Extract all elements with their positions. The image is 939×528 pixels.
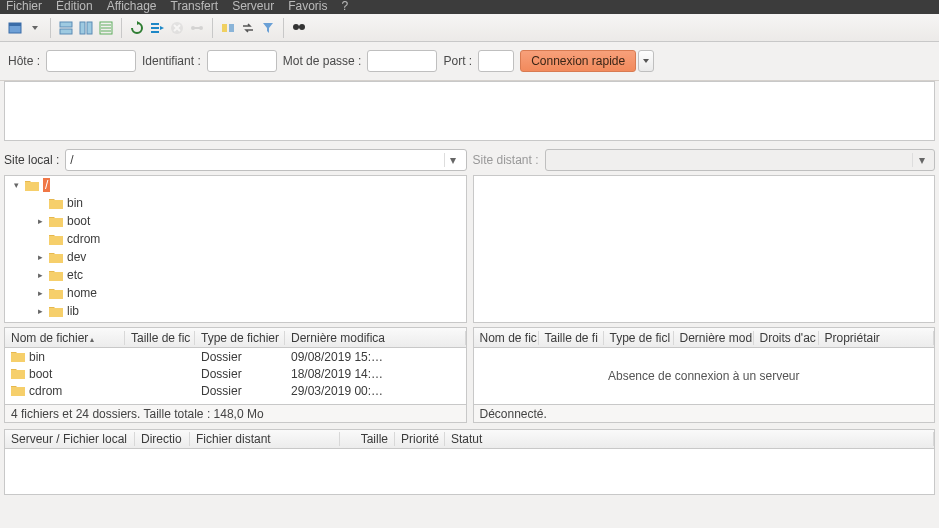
message-log[interactable] [4, 81, 935, 141]
list-row[interactable]: binDossier09/08/2019 15:… [5, 348, 466, 365]
tree-item[interactable]: ▸boot [5, 212, 466, 230]
process-queue-icon[interactable] [148, 19, 166, 37]
svg-rect-11 [229, 24, 234, 32]
tree-item-label: bin [67, 196, 83, 210]
tree-item-label: / [43, 178, 50, 192]
col-priority[interactable]: Priorité [395, 432, 445, 446]
filter-icon[interactable] [259, 19, 277, 37]
separator [283, 18, 284, 38]
tree-item[interactable]: ▸dev [5, 248, 466, 266]
col-owner[interactable]: Propriétair [819, 331, 935, 345]
file-name: bin [29, 350, 45, 364]
col-name[interactable]: Nom de fichier [11, 331, 88, 345]
local-path-input[interactable]: / ▾ [65, 149, 466, 171]
menu-help[interactable]: ? [342, 0, 349, 14]
toolbar [0, 14, 939, 42]
col-size[interactable]: Taille de fi [539, 331, 604, 345]
list-row[interactable]: bootDossier18/08/2019 14:… [5, 365, 466, 382]
quickconnect-button[interactable]: Connexion rapide [520, 50, 636, 72]
col-name[interactable]: Nom de fic [474, 331, 539, 345]
remote-file-list[interactable]: Absence de connexion à un serveur [473, 347, 936, 405]
compare-icon[interactable] [219, 19, 237, 37]
refresh-icon[interactable] [128, 19, 146, 37]
remote-path-input: ▾ [545, 149, 935, 171]
file-name: boot [29, 367, 52, 381]
col-type[interactable]: Type de ficl [604, 331, 674, 345]
tree-item-label: home [67, 286, 97, 300]
expand-icon[interactable]: ▸ [35, 270, 45, 280]
menubar[interactable]: Fichier Édition Affichage Transfert Serv… [0, 0, 939, 14]
user-input[interactable] [207, 50, 277, 72]
menu-server[interactable]: Serveur [232, 0, 274, 14]
remote-list-header[interactable]: Nom de fic Taille de fi Type de ficl Der… [473, 327, 936, 347]
col-size[interactable]: Taille de fic [125, 331, 195, 345]
tree-item-label: boot [67, 214, 90, 228]
menu-edit[interactable]: Édition [56, 0, 93, 14]
toggle-queue-icon[interactable] [97, 19, 115, 37]
menu-transfer[interactable]: Transfert [171, 0, 219, 14]
col-perms[interactable]: Droits d'ac [754, 331, 819, 345]
menu-view[interactable]: Affichage [107, 0, 157, 14]
tree-item[interactable]: ▸etc [5, 266, 466, 284]
expand-icon[interactable]: ▸ [35, 216, 45, 226]
file-date: 18/08/2019 14:… [285, 367, 466, 381]
remote-tree[interactable] [473, 175, 936, 323]
col-status[interactable]: Statut [445, 432, 934, 446]
menu-file[interactable]: Fichier [6, 0, 42, 14]
tree-item[interactable]: bin [5, 194, 466, 212]
col-server-local[interactable]: Serveur / Fichier local [5, 432, 135, 446]
pass-label: Mot de passe : [283, 54, 362, 68]
menu-bookmarks[interactable]: Favoris [288, 0, 327, 14]
col-type[interactable]: Type de fichier [195, 331, 285, 345]
file-type: Dossier [195, 384, 285, 398]
remote-empty-message: Absence de connexion à un serveur [608, 369, 799, 383]
separator [121, 18, 122, 38]
list-row[interactable]: cdromDossier29/03/2019 00:… [5, 382, 466, 399]
file-name: cdrom [29, 384, 62, 398]
svg-rect-4 [80, 22, 85, 34]
folder-icon [49, 234, 63, 245]
expand-icon[interactable]: ▸ [35, 306, 45, 316]
remote-path-label: Site distant : [473, 153, 539, 167]
toggle-tree-icon[interactable] [77, 19, 95, 37]
quickconnect-history-dropdown[interactable] [638, 50, 654, 72]
col-remote-file[interactable]: Fichier distant [190, 432, 340, 446]
folder-icon [49, 252, 63, 263]
tree-item[interactable]: cdrom [5, 230, 466, 248]
expand-icon[interactable]: ▾ [11, 180, 21, 190]
cancel-icon[interactable] [168, 19, 186, 37]
chevron-down-icon[interactable]: ▾ [444, 153, 462, 167]
svg-rect-2 [60, 22, 72, 27]
site-manager-icon[interactable] [6, 19, 24, 37]
folder-icon [49, 288, 63, 299]
tree-item[interactable]: ▾/ [5, 176, 466, 194]
col-direction[interactable]: Directio [135, 432, 190, 446]
find-icon[interactable] [290, 19, 308, 37]
tree-item[interactable]: ▸lib [5, 302, 466, 320]
file-date: 09/08/2019 15:… [285, 350, 466, 364]
host-input[interactable] [46, 50, 136, 72]
expand-icon[interactable]: ▸ [35, 252, 45, 262]
tree-item-label: dev [67, 250, 86, 264]
folder-icon [49, 198, 63, 209]
tree-item-label: etc [67, 268, 83, 282]
toggle-log-icon[interactable] [57, 19, 75, 37]
dropdown-icon[interactable] [26, 19, 44, 37]
separator [50, 18, 51, 38]
file-type: Dossier [195, 350, 285, 364]
svg-point-9 [199, 26, 203, 30]
local-list-header[interactable]: Nom de fichier▴ Taille de fic Type de fi… [4, 327, 467, 347]
local-file-list[interactable]: binDossier09/08/2019 15:…bootDossier18/0… [4, 347, 467, 405]
disconnect-icon[interactable] [188, 19, 206, 37]
port-input[interactable] [478, 50, 514, 72]
expand-icon[interactable]: ▸ [35, 288, 45, 298]
col-size[interactable]: Taille [340, 432, 395, 446]
local-tree[interactable]: ▾/bin▸bootcdrom▸dev▸etc▸home▸lib [4, 175, 467, 323]
pass-input[interactable] [367, 50, 437, 72]
tree-item[interactable]: ▸home [5, 284, 466, 302]
queue-header[interactable]: Serveur / Fichier local Directio Fichier… [4, 429, 935, 449]
col-date[interactable]: Dernière modifica [285, 331, 466, 345]
sync-icon[interactable] [239, 19, 257, 37]
transfer-queue[interactable] [4, 449, 935, 495]
col-date[interactable]: Dernière modi [674, 331, 754, 345]
